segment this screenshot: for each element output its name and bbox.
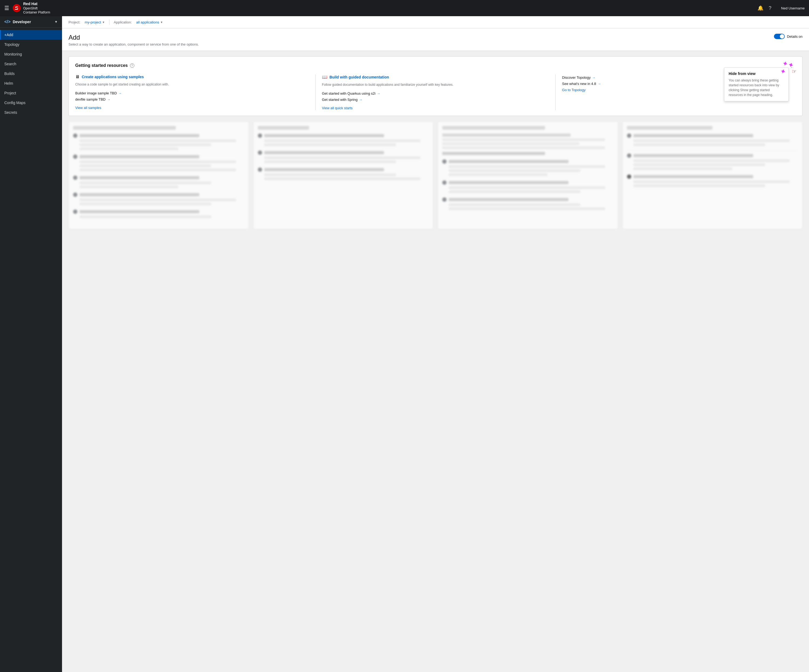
page-header: Add Select a way to create an applicatio…: [62, 28, 809, 51]
application-dropdown-arrow: ▼: [160, 21, 163, 24]
col-create-samples: 🖥 Create applications using samples Choo…: [75, 74, 316, 110]
sidebar: </> Developer ▼ +Add Topology Monitoring…: [0, 16, 62, 672]
blurred-card-2: [253, 121, 434, 229]
view-all-quick-starts-link[interactable]: View all quick starts: [322, 106, 353, 110]
application-selector[interactable]: all applications ▼: [136, 20, 163, 24]
details-toggle-switch[interactable]: [774, 34, 785, 39]
view-all-samples-link[interactable]: View all samples: [75, 106, 101, 110]
notifications-icon[interactable]: 🔔: [757, 5, 764, 11]
cursor-hand-icon: ☞: [792, 68, 797, 75]
brand-name: Red Hat OpenShift Container Platform: [23, 1, 50, 15]
arrow-icon: →: [107, 97, 110, 101]
col2-title-row: 📖 Build with guided documentation: [322, 74, 549, 79]
add-options-grid: [69, 121, 802, 229]
sidebar-item-project[interactable]: Project: [0, 88, 62, 98]
brand-logo: Red Hat OpenShift Container Platform: [12, 1, 50, 15]
quickstart-link-spring[interactable]: Get started with Spring →: [322, 97, 549, 102]
col2-title[interactable]: Build with guided documentation: [329, 75, 389, 79]
sidebar-navigation: +Add Topology Monitoring Search Builds H…: [0, 28, 62, 119]
arrow-icon: →: [592, 76, 596, 79]
sidebar-item-search[interactable]: Search: [0, 59, 62, 69]
sidebar-item-secrets[interactable]: Secrets: [0, 108, 62, 117]
getting-started-title: Getting started resources: [75, 63, 128, 68]
page-toolbar: Project: my-project ▼ Application: all a…: [62, 16, 809, 28]
sidebar-item-topology[interactable]: Topology: [0, 40, 62, 49]
application-label: Application:: [114, 20, 132, 24]
col-guided-documentation: 📖 Build with guided documentation Follow…: [316, 74, 556, 110]
top-navigation: ☰ Red Hat OpenShift Container Platform 🔔…: [0, 0, 809, 16]
col1-title-row: 🖥 Create applications using samples: [75, 74, 309, 79]
col1-title[interactable]: Create applications using samples: [82, 75, 144, 79]
sidebar-item-add[interactable]: +Add: [0, 30, 62, 40]
developer-perspective-icon: </>: [4, 19, 10, 24]
getting-started-title-row: Getting started resources ?: [75, 63, 134, 68]
blurred-card-4: [623, 121, 803, 229]
redhat-logo-icon: [12, 4, 21, 12]
sidebar-item-config-maps[interactable]: Config Maps: [0, 98, 62, 108]
svg-point-0: [13, 4, 21, 12]
perspective-label: </> Developer: [4, 19, 31, 24]
col2-description: Follow guided documentation to build app…: [322, 82, 549, 87]
blurred-card-3: [438, 121, 618, 229]
help-icon[interactable]: ?: [769, 5, 772, 11]
getting-started-card: Getting started resources ? ⋮ Hide from …: [69, 56, 802, 116]
hide-popover-text: You can always bring these getting start…: [728, 78, 784, 97]
project-dropdown-arrow: ▼: [102, 21, 105, 24]
blurred-card-1: [69, 121, 249, 229]
hide-popover-title: Hide from view: [728, 71, 784, 76]
sidebar-item-builds[interactable]: Builds: [0, 69, 62, 79]
page-subtitle: Select a way to create an application, c…: [69, 42, 199, 46]
project-label: Project:: [69, 20, 81, 24]
perspective-switcher[interactable]: </> Developer ▼: [0, 16, 62, 28]
sidebar-item-helm[interactable]: Helm: [0, 79, 62, 88]
quickstart-link-quarkus[interactable]: Get started with Quarkus using s2i →: [322, 91, 549, 96]
arrow-icon: →: [377, 92, 380, 96]
hide-from-view-popover: Hide from view You can always bring thes…: [724, 67, 789, 101]
hamburger-menu-button[interactable]: ☰: [4, 5, 9, 11]
project-selector[interactable]: my-project ▼: [85, 20, 105, 24]
page-title: Add: [69, 34, 199, 41]
col1-description: Choose a code sample to get started crea…: [75, 82, 309, 87]
getting-started-help-icon[interactable]: ?: [130, 63, 134, 68]
details-toggle-label: Details on: [787, 35, 802, 39]
sidebar-item-monitoring[interactable]: Monitoring: [0, 49, 62, 59]
details-toggle-group: Details on: [774, 34, 802, 39]
getting-started-header: Getting started resources ? ⋮: [75, 62, 796, 69]
sample-link-builder[interactable]: Builder image sample TBD →: [75, 91, 309, 95]
sample-link-devfile[interactable]: devfile sample TBD →: [75, 97, 309, 101]
arrow-icon: →: [359, 98, 363, 102]
user-menu[interactable]: Ned Username: [781, 6, 805, 10]
main-content: Project: my-project ▼ Application: all a…: [62, 16, 809, 672]
col2-icon: 📖: [322, 74, 327, 79]
app-layout: </> Developer ▼ +Add Topology Monitoring…: [0, 16, 809, 672]
arrow-icon: →: [118, 91, 122, 95]
perspective-dropdown-arrow[interactable]: ▼: [54, 20, 58, 24]
arrow-icon: →: [598, 82, 601, 86]
page-content: Getting started resources ? ⋮ Hide from …: [62, 51, 809, 235]
col1-icon: 🖥: [75, 74, 79, 79]
topnav-actions: 🔔 ? Ned Username: [757, 5, 805, 11]
getting-started-columns: 🖥 Create applications using samples Choo…: [75, 74, 796, 110]
